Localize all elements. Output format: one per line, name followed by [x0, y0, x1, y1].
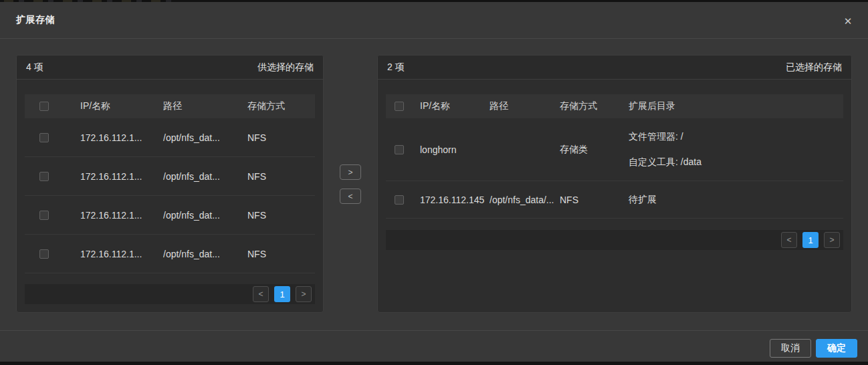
available-count: 4 项 [26, 62, 43, 74]
available-title: 供选择的存储 [257, 62, 314, 74]
selected-table: IP/名称 路径 存储方式 扩展后目录 longhorn 存储类 文件管理器: … [386, 94, 843, 250]
column-header-path: 路径 [490, 100, 560, 112]
cancel-button[interactable]: 取消 [770, 339, 811, 358]
selected-storage-panel: 2 项 已选择的存储 IP/名称 路径 存储方式 扩展后目录 longhorn … [377, 55, 852, 313]
chevron-left-icon: < [258, 289, 263, 299]
row-checkbox[interactable] [39, 133, 49, 142]
cell-path: /opt/nfs_data/... [490, 195, 560, 205]
current-page-button[interactable]: 1 [274, 286, 290, 302]
cell-type: NFS [247, 132, 315, 143]
column-header-type: 存储方式 [560, 100, 629, 112]
cell-ip: 172.16.112.1... [64, 249, 163, 259]
row-checkbox[interactable] [395, 195, 404, 205]
table-row: 172.16.112.1... /opt/nfs_dat... NFS [25, 235, 315, 273]
cell-path: /opt/nfs_dat... [163, 132, 247, 143]
next-page-button[interactable]: > [824, 232, 840, 248]
selected-pagination: < 1 > [386, 230, 843, 250]
confirm-button[interactable]: 确定 [816, 339, 857, 358]
next-page-button[interactable]: > [296, 286, 312, 302]
table-row: longhorn 存储类 文件管理器: / 自定义工具: /data [386, 118, 843, 181]
cell-ip: longhorn [413, 144, 490, 155]
row-checkbox[interactable] [39, 172, 49, 181]
cell-path: /opt/nfs_dat... [163, 249, 247, 259]
cell-ip: 172.16.112.145 [413, 195, 490, 205]
column-header-dir: 扩展后目录 [629, 100, 843, 112]
prev-page-button[interactable]: < [253, 286, 269, 302]
chevron-right-icon: > [348, 168, 352, 177]
transfer-controls: > < [340, 164, 361, 204]
cell-ip: 172.16.112.1... [64, 210, 163, 221]
table-row: 172.16.112.1... /opt/nfs_dat... NFS [25, 157, 315, 196]
close-icon[interactable]: ✕ [840, 13, 856, 29]
row-checkbox[interactable] [39, 249, 49, 259]
selected-count: 2 项 [387, 62, 405, 74]
cell-type: NFS [560, 195, 629, 205]
dir-line-file-manager: 文件管理器: / [629, 131, 843, 143]
column-header-ip: IP/名称 [64, 100, 163, 112]
background-page-bottom-sliver [0, 362, 868, 365]
move-right-button[interactable]: > [340, 164, 361, 180]
selected-panel-header: 2 项 已选择的存储 [378, 55, 851, 80]
cell-type: 存储类 [560, 144, 629, 156]
available-pagination: < 1 > [25, 284, 315, 304]
cell-type: NFS [247, 249, 315, 259]
table-row: 172.16.112.1... /opt/nfs_dat... NFS [25, 196, 315, 235]
current-page-button[interactable]: 1 [802, 232, 819, 248]
dialog-footer: 取消 确定 [0, 330, 868, 358]
select-all-checkbox[interactable] [395, 102, 404, 111]
table-row: 172.16.112.1... /opt/nfs_dat... NFS [25, 118, 315, 157]
row-checkbox[interactable] [39, 211, 49, 220]
column-header-path: 路径 [163, 100, 247, 112]
cell-path: /opt/nfs_dat... [163, 210, 247, 221]
dialog-title: 扩展存储 [16, 14, 55, 26]
move-left-button[interactable]: < [340, 189, 361, 204]
available-table: IP/名称 路径 存储方式 172.16.112.1... /opt/nfs_d… [25, 94, 315, 304]
cell-ip: 172.16.112.1... [64, 171, 163, 182]
dir-line-custom-tool: 自定义工具: /data [629, 156, 843, 168]
prev-page-button[interactable]: < [781, 232, 797, 248]
column-header-type: 存储方式 [247, 100, 315, 112]
cell-path: /opt/nfs_dat... [163, 171, 247, 182]
cell-dir: 待扩展 [629, 194, 843, 206]
chevron-right-icon: > [829, 235, 834, 245]
available-table-header: IP/名称 路径 存储方式 [25, 94, 315, 118]
cell-dir: 文件管理器: / 自定义工具: /data [629, 131, 843, 168]
chevron-left-icon: < [348, 192, 352, 201]
cell-type: NFS [247, 210, 315, 221]
expand-storage-dialog: 扩展存储 ✕ 4 项 供选择的存储 IP/名称 路径 存储方式 172.16.1… [0, 2, 868, 362]
available-panel-header: 4 项 供选择的存储 [17, 55, 323, 80]
chevron-right-icon: > [301, 289, 306, 299]
available-storage-panel: 4 项 供选择的存储 IP/名称 路径 存储方式 172.16.112.1...… [16, 55, 324, 313]
cell-ip: 172.16.112.1... [64, 132, 163, 143]
row-checkbox[interactable] [395, 145, 404, 154]
chevron-left-icon: < [786, 235, 791, 245]
table-row: 172.16.112.145 /opt/nfs_data/... NFS 待扩展 [386, 181, 843, 219]
selected-title: 已选择的存储 [786, 62, 842, 74]
cell-type: NFS [247, 171, 315, 182]
dialog-header: 扩展存储 [0, 2, 868, 39]
selected-table-header: IP/名称 路径 存储方式 扩展后目录 [386, 94, 843, 118]
column-header-ip: IP/名称 [413, 100, 490, 112]
select-all-checkbox[interactable] [39, 102, 49, 111]
